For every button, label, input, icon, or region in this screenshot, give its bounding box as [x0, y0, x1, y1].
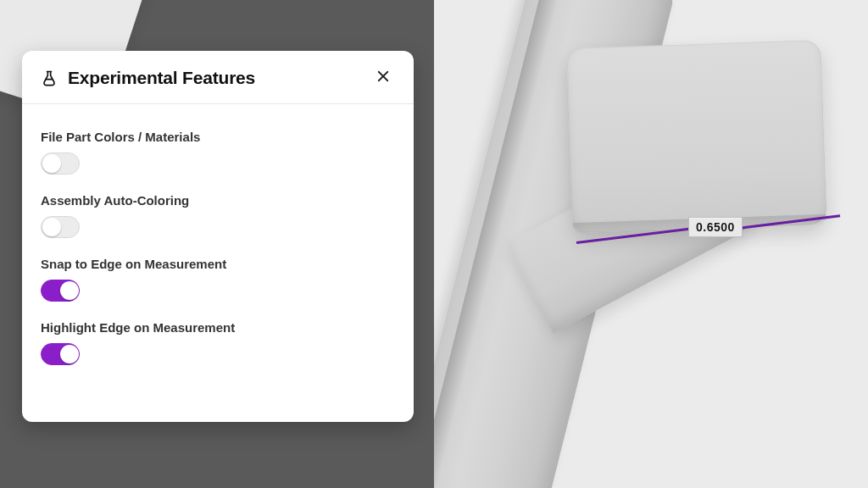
- feature-file-part-colors: File Part Colors / Materials: [41, 130, 395, 175]
- feature-label: Snap to Edge on Measurement: [41, 257, 395, 271]
- toggle-snap-to-edge[interactable]: [41, 280, 80, 302]
- experimental-features-dialog: Experimental Features File Part Colors /…: [22, 51, 414, 422]
- feature-highlight-edge: Highlight Edge on Measurement: [41, 320, 395, 365]
- flask-icon: [41, 69, 58, 86]
- toggle-assembly-auto-coloring[interactable]: [41, 216, 80, 238]
- app-stage: 0.6500 Experimental Features: [0, 0, 868, 488]
- model-plate: [566, 40, 826, 233]
- scene: 0.6500: [434, 0, 868, 488]
- left-pane: Experimental Features File Part Colors /…: [0, 0, 434, 488]
- measurement-value: 0.6500: [696, 220, 735, 234]
- measurement-badge[interactable]: 0.6500: [688, 217, 743, 237]
- viewport-3d[interactable]: 0.6500: [434, 0, 868, 488]
- toggle-file-part-colors[interactable]: [41, 152, 80, 175]
- feature-label: File Part Colors / Materials: [41, 130, 395, 144]
- feature-label: Highlight Edge on Measurement: [41, 320, 395, 335]
- toggle-highlight-edge[interactable]: [41, 343, 80, 365]
- dialog-header: Experimental Features: [22, 51, 414, 104]
- feature-assembly-auto-coloring: Assembly Auto-Coloring: [41, 193, 395, 238]
- dialog-title: Experimental Features: [68, 68, 371, 88]
- close-icon: [376, 69, 391, 87]
- feature-label: Assembly Auto-Coloring: [41, 193, 395, 208]
- dialog-body: File Part Colors / Materials Assembly Au…: [22, 104, 414, 384]
- feature-snap-to-edge: Snap to Edge on Measurement: [41, 257, 395, 302]
- close-button[interactable]: [371, 66, 395, 90]
